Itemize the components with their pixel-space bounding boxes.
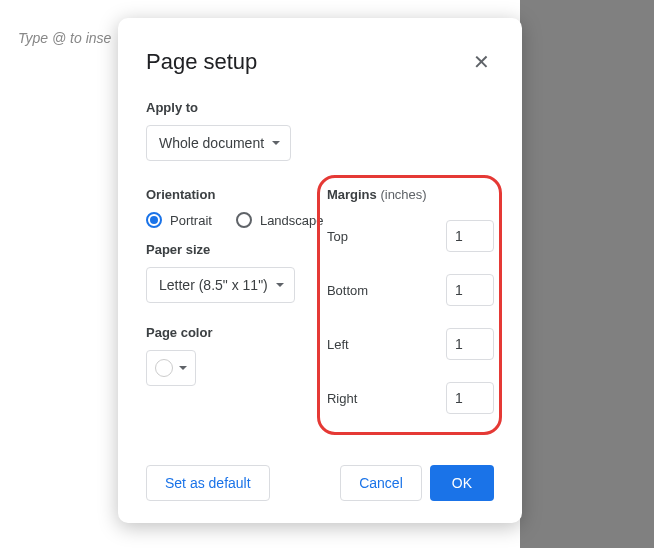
apply-to-value: Whole document	[159, 135, 264, 151]
margin-left-input[interactable]	[446, 328, 494, 360]
orientation-label: Orientation	[146, 187, 327, 202]
ok-button[interactable]: OK	[430, 465, 494, 501]
dialog-footer: Set as default Cancel OK	[118, 453, 522, 523]
margin-top-label: Top	[327, 229, 348, 244]
radio-icon	[146, 212, 162, 228]
landscape-label: Landscape	[260, 213, 324, 228]
paper-size-value: Letter (8.5" x 11")	[159, 277, 268, 293]
margin-top-input[interactable]	[446, 220, 494, 252]
close-icon[interactable]: ✕	[469, 48, 494, 76]
color-swatch-icon	[155, 359, 173, 377]
dialog-title: Page setup	[146, 49, 257, 75]
chevron-down-icon	[272, 141, 280, 145]
margin-bottom-label: Bottom	[327, 283, 368, 298]
orientation-group: Portrait Landscape	[146, 212, 327, 228]
apply-to-dropdown[interactable]: Whole document	[146, 125, 291, 161]
portrait-radio[interactable]: Portrait	[146, 212, 212, 228]
paper-size-dropdown[interactable]: Letter (8.5" x 11")	[146, 267, 295, 303]
margin-right-label: Right	[327, 391, 357, 406]
margin-right-input[interactable]	[446, 382, 494, 414]
page-color-dropdown[interactable]	[146, 350, 196, 386]
margin-left-label: Left	[327, 337, 349, 352]
chevron-down-icon	[276, 283, 284, 287]
chevron-down-icon	[179, 366, 187, 370]
apply-to-label: Apply to	[146, 100, 494, 115]
page-color-label: Page color	[146, 325, 327, 340]
margins-label: Margins (inches)	[327, 187, 494, 202]
landscape-radio[interactable]: Landscape	[236, 212, 324, 228]
dialog-body: Apply to Whole document Orientation Port…	[118, 84, 522, 453]
portrait-label: Portrait	[170, 213, 212, 228]
dialog-header: Page setup ✕	[118, 18, 522, 84]
page-setup-dialog: Page setup ✕ Apply to Whole document Ori…	[118, 18, 522, 523]
cancel-button[interactable]: Cancel	[340, 465, 422, 501]
set-default-button[interactable]: Set as default	[146, 465, 270, 501]
radio-icon	[236, 212, 252, 228]
paper-size-label: Paper size	[146, 242, 327, 257]
margin-bottom-input[interactable]	[446, 274, 494, 306]
